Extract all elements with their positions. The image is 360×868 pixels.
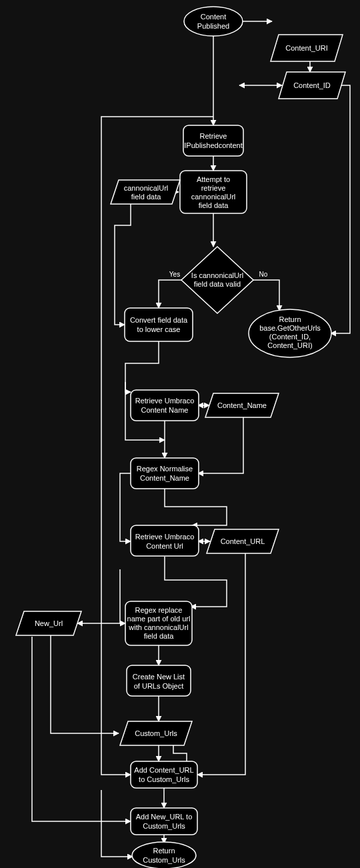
node-convert: Convert field data to lower case (125, 308, 193, 341)
edge-cn-regexnorm (198, 417, 243, 473)
svg-text:Content_URL: Content_URL (221, 537, 265, 545)
edge-canon-convert (115, 204, 131, 325)
edge-regexnorm-leftloop (120, 473, 131, 541)
svg-text:Add Content_URL: Add Content_URL (134, 766, 193, 774)
svg-text:Add New_URL to: Add New_URL to (136, 813, 193, 821)
svg-text:Content_URI: Content_URI (285, 44, 328, 52)
node-retrieve-ipc: Retrieve IPublishedcontent (183, 125, 243, 156)
node-attempt: Attempt to retrieve cannonicalUrl field … (180, 171, 247, 213)
svg-rect-42 (127, 665, 191, 696)
svg-rect-32 (131, 525, 199, 556)
svg-text:Regex replace: Regex replace (135, 606, 183, 614)
svg-text:to lower case: to lower case (137, 325, 181, 333)
svg-text:of URLs Object: of URLs Object (134, 682, 184, 690)
edge-id-returnbase (331, 85, 350, 333)
svg-text:Regex Normalise: Regex Normalise (137, 465, 193, 473)
svg-text:Content_URI): Content_URI) (267, 341, 312, 349)
svg-point-52 (132, 842, 196, 868)
svg-text:Is cannonicalUrl: Is cannonicalUrl (191, 271, 243, 279)
svg-text:to Custom_Urls: to Custom_Urls (139, 775, 189, 783)
node-decision: Is cannonicalUrl field data valid (181, 247, 253, 313)
svg-text:Retrieve Umbraco: Retrieve Umbraco (135, 533, 195, 541)
node-custom-urls: Custom_Urls (120, 721, 192, 745)
edge-yes-label: Yes (169, 271, 180, 278)
svg-text:Content Name: Content Name (141, 406, 189, 414)
svg-text:retrieve: retrieve (201, 184, 226, 192)
node-return-custom: Return Custom_Urls (132, 842, 196, 868)
node-content-id: Content_ID (279, 72, 345, 99)
edge-newurl-customurls (51, 635, 119, 733)
svg-text:field data valid: field data valid (194, 280, 241, 288)
node-content-url: Content_URL (207, 529, 279, 553)
node-retrieve-name: Retrieve Umbraco Content Name (131, 390, 199, 421)
edge-convert-retrievename (125, 341, 159, 392)
edge-cu-addcontent (197, 553, 245, 775)
node-regex-norm: Regex Normalise Content_Name (131, 458, 199, 489)
node-return-base: Return base.GetOtherUrls (Content_ID, Co… (249, 309, 331, 357)
edge-leftspine-return (101, 790, 133, 857)
node-new-url: New_Url (16, 611, 81, 635)
svg-text:Return: Return (153, 847, 175, 855)
edge-no (249, 280, 279, 311)
node-start: Content Published (184, 7, 243, 36)
edge-newurl-addnew (32, 637, 131, 821)
svg-text:base.GetOtherUrls: base.GetOtherUrls (259, 324, 321, 332)
svg-text:Content: Content (201, 13, 227, 21)
svg-text:name part of old url: name part of old url (127, 615, 191, 623)
svg-text:Content_Name: Content_Name (217, 401, 267, 409)
node-canon-data: cannonicalUrl field data (111, 180, 180, 204)
svg-text:Content_Name: Content_Name (140, 474, 189, 482)
svg-text:New_Url: New_Url (35, 619, 63, 627)
node-retrieve-url: Retrieve Umbraco Content Url (131, 525, 199, 556)
flowchart-canvas: Yes No Content Publish (0, 0, 360, 868)
edge-left-replace (120, 569, 125, 623)
node-add-new: Add New_URL to Custom_Urls (131, 808, 197, 835)
svg-text:Attempt to: Attempt to (197, 175, 230, 183)
svg-text:Retrieve Umbraco: Retrieve Umbraco (135, 397, 195, 405)
svg-text:with cannonicalUrl: with cannonicalUrl (128, 623, 188, 631)
svg-text:Published: Published (197, 22, 229, 30)
svg-text:cannonicalUrl: cannonicalUrl (124, 184, 169, 192)
svg-text:Convert field data: Convert field data (130, 316, 188, 324)
svg-text:Custom_Urls: Custom_Urls (143, 856, 185, 864)
svg-text:field data: field data (144, 632, 175, 640)
svg-text:Custom_Urls: Custom_Urls (135, 729, 177, 737)
svg-text:Return: Return (279, 315, 301, 323)
svg-text:Retrieve: Retrieve (200, 132, 227, 140)
node-content-name: Content_Name (205, 393, 279, 417)
edge-regexnorm-retrieveurl (165, 488, 227, 525)
edge-retrieveurl-replace (165, 557, 227, 607)
svg-text:Content_ID: Content_ID (293, 81, 331, 89)
edge-yes (159, 280, 187, 308)
svg-text:Content Url: Content Url (146, 542, 183, 550)
node-create-list: Create New List of URLs Object (127, 665, 191, 696)
svg-text:IPublishedcontent: IPublishedcontent (184, 141, 242, 149)
svg-text:(Content_ID,: (Content_ID, (269, 333, 311, 341)
svg-text:field data: field data (131, 193, 162, 201)
node-regex-replace: Regex replace name part of old url with … (125, 601, 192, 645)
node-content-uri: Content_URI (271, 35, 343, 61)
svg-text:cannonicalUrl: cannonicalUrl (191, 193, 236, 201)
svg-text:field data: field data (199, 201, 229, 209)
node-add-content: Add Content_URL to Custom_Urls (131, 761, 197, 788)
edge-no-label: No (259, 271, 268, 278)
svg-text:Custom_Urls: Custom_Urls (143, 822, 185, 830)
svg-text:Create New List: Create New List (133, 673, 185, 681)
